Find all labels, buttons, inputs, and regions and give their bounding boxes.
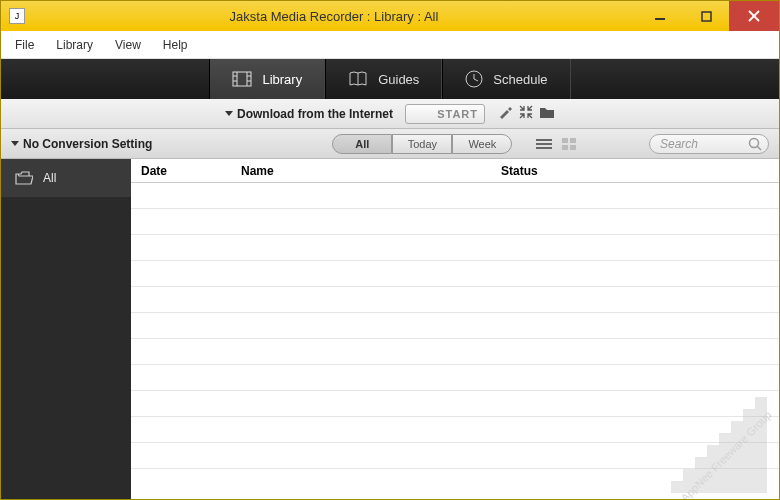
grid-view-icon[interactable] bbox=[562, 138, 576, 150]
titlebar[interactable]: J Jaksta Media Recorder : Library : All bbox=[1, 1, 779, 31]
maximize-button[interactable] bbox=[683, 1, 729, 31]
search-placeholder: Search bbox=[660, 137, 748, 151]
window-controls bbox=[637, 1, 779, 31]
table-row bbox=[131, 261, 779, 287]
sidebar-item-label: All bbox=[43, 171, 56, 185]
table-row bbox=[131, 339, 779, 365]
column-status[interactable]: Status bbox=[491, 164, 779, 178]
minimize-button[interactable] bbox=[637, 1, 683, 31]
svg-rect-20 bbox=[562, 145, 568, 150]
download-label: Download from the Internet bbox=[237, 107, 393, 121]
time-filter-segment: All Today Week bbox=[332, 134, 512, 154]
search-icon bbox=[748, 137, 762, 151]
settings-icon[interactable] bbox=[497, 104, 513, 123]
chevron-down-icon bbox=[11, 141, 19, 146]
svg-rect-19 bbox=[570, 138, 576, 143]
tab-library[interactable]: Library bbox=[209, 59, 325, 99]
tab-guides[interactable]: Guides bbox=[325, 59, 442, 99]
svg-point-22 bbox=[750, 138, 759, 147]
svg-line-23 bbox=[758, 146, 762, 150]
svg-rect-1 bbox=[702, 12, 711, 21]
window-title: Jaksta Media Recorder : Library : All bbox=[31, 9, 637, 24]
svg-rect-4 bbox=[233, 72, 251, 86]
clock-icon bbox=[465, 70, 483, 88]
app-window: J Jaksta Media Recorder : Library : All … bbox=[0, 0, 780, 500]
filter-all[interactable]: All bbox=[332, 134, 392, 154]
svg-rect-21 bbox=[570, 145, 576, 150]
folder-open-icon bbox=[15, 171, 33, 185]
main-tabs: Library Guides Schedule bbox=[1, 59, 779, 99]
chevron-down-icon bbox=[225, 111, 233, 116]
film-icon bbox=[232, 71, 252, 87]
download-toolbar: Download from the Internet START bbox=[1, 99, 779, 129]
table-row bbox=[131, 287, 779, 313]
folder-icon[interactable] bbox=[539, 106, 555, 122]
close-button[interactable] bbox=[729, 1, 779, 31]
column-date[interactable]: Date bbox=[131, 164, 231, 178]
view-mode bbox=[536, 138, 576, 150]
column-headers: Date Name Status bbox=[131, 159, 779, 183]
menubar: File Library View Help bbox=[1, 31, 779, 59]
start-button[interactable]: START bbox=[405, 104, 485, 124]
sidebar: All bbox=[1, 159, 131, 499]
filter-week[interactable]: Week bbox=[452, 134, 512, 154]
app-icon: J bbox=[9, 8, 25, 24]
svg-line-14 bbox=[474, 79, 478, 81]
tab-label: Schedule bbox=[493, 72, 547, 87]
menu-file[interactable]: File bbox=[15, 38, 34, 52]
svg-rect-18 bbox=[562, 138, 568, 143]
book-icon bbox=[348, 71, 368, 87]
filter-toolbar: No Conversion Setting All Today Week Sea… bbox=[1, 129, 779, 159]
list-view-icon[interactable] bbox=[536, 138, 552, 150]
tab-label: Library bbox=[262, 72, 302, 87]
menu-help[interactable]: Help bbox=[163, 38, 188, 52]
table-row bbox=[131, 313, 779, 339]
search-input[interactable]: Search bbox=[649, 134, 769, 154]
table-row bbox=[131, 209, 779, 235]
toolbar-icons bbox=[497, 104, 555, 123]
table-row bbox=[131, 235, 779, 261]
watermark: AppNee Freeware Group bbox=[659, 389, 779, 499]
table-row bbox=[131, 183, 779, 209]
svg-rect-24 bbox=[755, 397, 767, 409]
sidebar-item-all[interactable]: All bbox=[1, 159, 131, 197]
download-dropdown[interactable]: Download from the Internet bbox=[225, 107, 393, 121]
filter-today[interactable]: Today bbox=[392, 134, 452, 154]
table-row bbox=[131, 365, 779, 391]
menu-library[interactable]: Library bbox=[56, 38, 93, 52]
tab-schedule[interactable]: Schedule bbox=[442, 59, 570, 99]
menu-view[interactable]: View bbox=[115, 38, 141, 52]
collapse-icon[interactable] bbox=[519, 105, 533, 122]
column-name[interactable]: Name bbox=[231, 164, 491, 178]
tab-label: Guides bbox=[378, 72, 419, 87]
conversion-dropdown[interactable]: No Conversion Setting bbox=[11, 137, 152, 151]
